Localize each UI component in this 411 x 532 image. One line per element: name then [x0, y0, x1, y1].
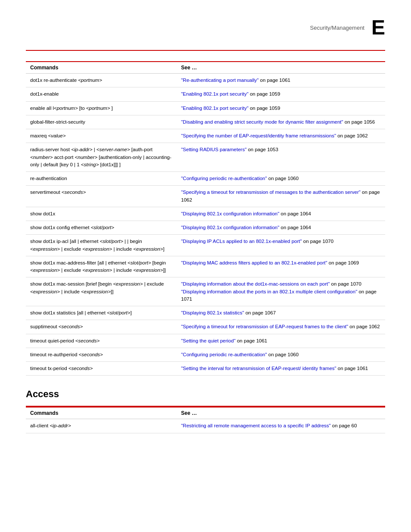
page-header: Security/Management E — [26, 17, 385, 41]
see-cell: "Enabling 802.1x port security" on page … — [177, 87, 385, 101]
see-cell: "Setting the quiet period" on page 1061 — [177, 334, 385, 348]
see-link[interactable]: "Enabling 802.1x port security" — [181, 91, 248, 96]
access-col2-header: See … — [177, 407, 385, 419]
main-col2-header: See … — [177, 62, 385, 74]
cmd-cell: show dot1x — [26, 207, 177, 221]
table-row: dot1x-enable"Enabling 802.1x port securi… — [26, 87, 385, 101]
cmd-cell: all-client <ip-addr> — [26, 419, 177, 433]
cmd-cell: global-filter-strict-security — [26, 115, 177, 129]
cmd-cell: servertimeout <seconds> — [26, 186, 177, 207]
table-row: timeout re-authperiod <seconds>"Configur… — [26, 348, 385, 361]
cmd-cell: re-authentication — [26, 172, 177, 186]
cmd-cell: timeout re-authperiod <seconds> — [26, 348, 177, 361]
see-link[interactable]: "Displaying information about the dot1x-… — [181, 281, 330, 286]
access-col1-header: Commands — [26, 407, 177, 419]
see-link[interactable]: "Displaying MAC address filters applied … — [181, 260, 327, 265]
see-link[interactable]: "Specifying the number of EAP-request/id… — [181, 133, 336, 138]
see-cell: "Configuring periodic re-authentication"… — [177, 172, 385, 186]
cmd-cell: enable all l<portnum> [to <portnum> ] — [26, 101, 177, 115]
see-cell: "Displaying IP ACLs applied to an 802.1x… — [177, 235, 385, 256]
table-row: show dot1x statistics [all | ethernet <s… — [26, 306, 385, 320]
cmd-cell: maxreq <value> — [26, 129, 177, 143]
see-link[interactable]: "Restricting all remote management acces… — [181, 423, 330, 428]
cmd-cell: show dot1x mac-session [brief [begin <ex… — [26, 277, 177, 306]
cmd-cell: supptimeout <seconds> — [26, 320, 177, 334]
see-cell: "Setting the interval for retransmission… — [177, 362, 385, 376]
cmd-cell: radius-server host <ip-addr> | <server-n… — [26, 143, 177, 172]
table-row: show dot1x"Displaying 802.1x configurati… — [26, 207, 385, 221]
access-table-body: all-client <ip-addr>"Restricting all rem… — [26, 419, 385, 433]
see-cell: "Restricting all remote management acces… — [177, 419, 385, 433]
see-cell: "Setting RADIUS parameters" on page 1053 — [177, 143, 385, 172]
cmd-cell: dot1x-enable — [26, 87, 177, 101]
main-col1-header: Commands — [26, 62, 177, 74]
table-row: dot1x re-authenticate <portnum>"Re-authe… — [26, 74, 385, 87]
see-link[interactable]: "Displaying 802.1x configuration informa… — [181, 211, 279, 216]
see-cell: "Displaying MAC address filters applied … — [177, 256, 385, 277]
cmd-cell: show dot1x mac-address-filter [all | eth… — [26, 256, 177, 277]
main-table-header-row: Commands See … — [26, 62, 385, 74]
see-link[interactable]: "Disabling and enabling strict security … — [181, 119, 343, 124]
see-cell: "Specifying the number of EAP-request/id… — [177, 129, 385, 143]
table-row: re-authentication"Configuring periodic r… — [26, 172, 385, 186]
see-cell: "Specifying a timeout for retransmission… — [177, 186, 385, 207]
see-cell: "Re-authenticating a port manually" on p… — [177, 74, 385, 87]
access-section-heading: Access — [26, 389, 385, 400]
see-link[interactable]: "Displaying 802.1x configuration informa… — [181, 225, 279, 230]
see-link[interactable]: "Re-authenticating a port manually" — [181, 78, 258, 83]
see-link[interactable]: "Setting the quiet period" — [181, 338, 235, 343]
see-cell: "Configuring periodic re-authentication"… — [177, 348, 385, 361]
table-row: all-client <ip-addr>"Restricting all rem… — [26, 419, 385, 433]
see-link[interactable]: "Specifying a timeout for retransmission… — [181, 190, 361, 195]
see-cell: "Displaying 802.1x configuration informa… — [177, 207, 385, 221]
see-cell: "Disabling and enabling strict security … — [177, 115, 385, 129]
table-row: show dot1x mac-session [brief [begin <ex… — [26, 277, 385, 306]
table-row: show dot1x ip-acl [all | ethernet <slot/… — [26, 235, 385, 256]
header-letter: E — [371, 17, 385, 38]
see-link-2[interactable]: "Displaying information about the ports … — [181, 289, 357, 294]
access-table-header-row: Commands See … — [26, 407, 385, 419]
see-cell: "Displaying 802.1x statistics" on page 1… — [177, 306, 385, 320]
page: Security/Management E Commands See … dot… — [0, 0, 411, 532]
see-link[interactable]: "Specifying a timeout for retransmission… — [181, 324, 348, 329]
table-row: show dot1x mac-address-filter [all | eth… — [26, 256, 385, 277]
see-link[interactable]: "Enabling 802.1x port security" — [181, 106, 248, 111]
table-row: supptimeout <seconds>"Specifying a timeo… — [26, 320, 385, 334]
table-row: radius-server host <ip-addr> | <server-n… — [26, 143, 385, 172]
cmd-cell: timeout quiet-period <seconds> — [26, 334, 177, 348]
header-title: Security/Management — [310, 25, 364, 31]
see-cell: "Specifying a timeout for retransmission… — [177, 320, 385, 334]
table-row: enable all l<portnum> [to <portnum> ]"En… — [26, 101, 385, 115]
see-link[interactable]: "Displaying IP ACLs applied to an 802.1x… — [181, 239, 302, 244]
access-table: Commands See … all-client <ip-addr>"Rest… — [26, 407, 385, 433]
cmd-cell: dot1x re-authenticate <portnum> — [26, 74, 177, 87]
table-row: servertimeout <seconds>"Specifying a tim… — [26, 186, 385, 207]
see-link[interactable]: "Setting the interval for retransmission… — [181, 366, 336, 371]
table-row: global-filter-strict-security"Disabling … — [26, 115, 385, 129]
table-row: maxreq <value>"Specifying the number of … — [26, 129, 385, 143]
table-row: timeout tx-period <seconds>"Setting the … — [26, 362, 385, 376]
see-cell: "Enabling 802.1x port security" on page … — [177, 101, 385, 115]
header-divider — [26, 50, 385, 51]
see-cell: "Displaying 802.1x configuration informa… — [177, 221, 385, 235]
table-row: timeout quiet-period <seconds>"Setting t… — [26, 334, 385, 348]
cmd-cell: show dot1x statistics [all | ethernet <s… — [26, 306, 177, 320]
main-table-body: dot1x re-authenticate <portnum>"Re-authe… — [26, 74, 385, 376]
cmd-cell: show dot1x ip-acl [all | ethernet <slot/… — [26, 235, 177, 256]
main-table: Commands See … dot1x re-authenticate <po… — [26, 61, 385, 376]
cmd-cell: show dot1x config ethernet <slot/port> — [26, 221, 177, 235]
see-link[interactable]: "Setting RADIUS parameters" — [181, 147, 246, 152]
see-cell: "Displaying information about the dot1x-… — [177, 277, 385, 306]
see-link[interactable]: "Displaying 802.1x statistics" — [181, 310, 244, 315]
table-row: show dot1x config ethernet <slot/port>"D… — [26, 221, 385, 235]
cmd-cell: timeout tx-period <seconds> — [26, 362, 177, 376]
see-link[interactable]: "Configuring periodic re-authentication" — [181, 176, 267, 181]
see-link[interactable]: "Configuring periodic re-authentication" — [181, 352, 267, 357]
